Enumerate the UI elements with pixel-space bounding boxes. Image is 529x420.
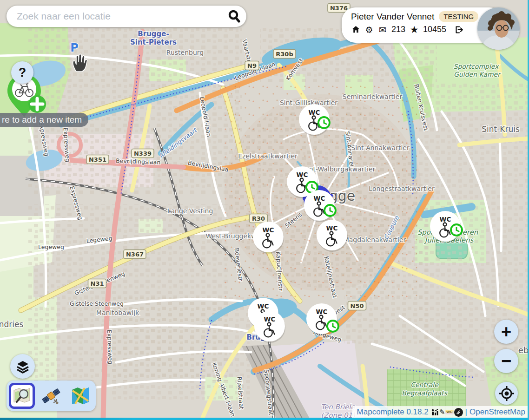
map-label: Centrale <box>410 381 439 388</box>
user-name[interactable]: Pieter Vander Vennet <box>351 12 434 22</box>
opening-hours-badge <box>324 205 336 216</box>
map-label: Seminariekwartier <box>343 93 403 100</box>
background-option-map[interactable] <box>67 383 93 409</box>
map-icon <box>71 387 90 405</box>
logout-icon[interactable] <box>454 25 463 34</box>
satellite-icon <box>41 386 61 406</box>
road-ref-badge: N339 <box>132 149 154 158</box>
search-input[interactable] <box>16 10 227 22</box>
geolocate-button[interactable] <box>495 382 518 405</box>
help-button[interactable]: ? <box>11 61 33 84</box>
wc-marker-label: WC <box>440 216 451 223</box>
map-label: Begraafplaats <box>402 389 448 397</box>
crosshair-icon <box>499 386 515 401</box>
map-label: Longestraatkwartier <box>369 185 435 192</box>
toilet-marker[interactable]: WC <box>317 220 348 252</box>
hand-cursor-icon <box>71 53 89 72</box>
toilet-marker[interactable]: WC <box>299 104 330 136</box>
map-label: Brugge- <box>138 30 169 38</box>
zoom-in-button[interactable]: + <box>494 320 518 344</box>
map-label: Ten Briele <box>321 403 356 411</box>
wc-marker-label: WC <box>326 224 338 232</box>
road-ref-badge: N50 <box>348 302 366 310</box>
opening-hours-badge <box>451 224 462 236</box>
svg-text:N351: N351 <box>89 156 106 163</box>
wc-marker-label: WC <box>316 308 328 315</box>
wc-marker-label: WC <box>258 302 269 310</box>
statistics-icon[interactable] <box>431 408 439 416</box>
wc-marker-label: WC <box>314 195 325 202</box>
map-label: Manitobawijk <box>96 309 139 316</box>
map-label: Expressweg <box>106 329 114 364</box>
road-ref-badge: N31 <box>88 279 106 288</box>
wc-marker-label: WC <box>297 171 308 178</box>
map-label: Sportcomplex <box>454 63 500 70</box>
testing-badge: TESTING <box>439 11 478 22</box>
wc-marker-label: WC <box>264 315 276 323</box>
svg-text:R30b: R30b <box>276 51 293 58</box>
viewport-edge-bottom <box>0 418 529 420</box>
search-bar[interactable] <box>7 6 246 27</box>
map-label: Ezelstraatkwartier <box>238 152 298 160</box>
road-ref-badge: R30b <box>273 50 296 59</box>
openstreetmap-link[interactable]: OpenStreetMap <box>469 407 525 417</box>
attribution-icons: ✎ WC <box>431 408 463 417</box>
svg-text:N376: N376 <box>330 5 348 12</box>
map-label: Legeweg <box>38 243 64 250</box>
osm-carto-icon <box>13 387 31 405</box>
background-layer-chooser <box>7 381 96 411</box>
gear-icon[interactable]: ⚙ <box>364 25 374 34</box>
map-label: Magdalenakwartier <box>344 236 406 243</box>
mapcomplete-app: Brugge-Sint-PietersBruggRustenburgSint-G… <box>0 0 529 420</box>
zoom-out-button[interactable]: − <box>494 349 518 373</box>
map-label: Sint-Annakwartier <box>351 144 410 151</box>
map-label: P <box>70 41 79 54</box>
add-item-tooltip: re to add a new item <box>0 113 88 127</box>
map-label: ndries <box>0 320 23 329</box>
background-option-osm-carto[interactable] <box>9 383 35 409</box>
map-label: West-Bruggekw <box>205 232 256 240</box>
edit-pencil-icon[interactable]: ✎ <box>439 408 445 416</box>
map-label: Lange Vesting <box>167 207 213 215</box>
layers-button[interactable] <box>10 354 35 379</box>
map-label: Sint-Pieters <box>130 38 177 46</box>
wc-marker-label: WC <box>309 109 320 116</box>
opening-hours-badge <box>327 321 338 332</box>
map-label: Gulden Kamer <box>454 71 501 78</box>
wc-marker-label: WC <box>263 226 274 234</box>
toilet-marker[interactable]: WC <box>254 311 285 343</box>
road-ref-badge: N367 <box>124 250 146 259</box>
map-label: Rustenburg <box>166 49 204 56</box>
opening-hours-badge <box>318 117 330 128</box>
attribution-bar: Mapcomplete 0.18.2 ✎ WC | OpenStreetMap <box>352 406 529 418</box>
svg-text:N367: N367 <box>126 251 144 258</box>
envelope-icon[interactable]: ✉ <box>378 25 387 34</box>
road-ref-badge: N351 <box>86 155 109 164</box>
svg-text:N50: N50 <box>350 302 364 309</box>
map-label: Gistelse Steenweg <box>70 300 124 307</box>
star-icon[interactable]: ★ <box>410 25 419 34</box>
home-icon[interactable] <box>351 25 360 34</box>
map-label: nt-Walburgakwartier <box>309 165 376 173</box>
map-label: eb <box>518 345 529 355</box>
map-label: Sint-Kruis <box>482 125 520 134</box>
community-icon[interactable] <box>454 408 463 417</box>
road-ref-badge: N9 <box>245 61 259 70</box>
attribution-separator: | <box>465 407 467 417</box>
changesets-count: 10455 <box>423 25 446 34</box>
theme-logo-icon[interactable]: WC <box>445 410 453 414</box>
user-avatar[interactable] <box>477 7 520 50</box>
messages-count: 213 <box>391 25 405 34</box>
background-option-satellite[interactable] <box>38 383 64 409</box>
toilet-marker[interactable]: WC <box>253 222 284 254</box>
svg-text:N31: N31 <box>91 280 104 287</box>
layers-icon <box>16 360 30 374</box>
road-ref-badge: R30 <box>250 214 268 223</box>
svg-text:N9: N9 <box>247 62 257 69</box>
svg-text:R30: R30 <box>252 215 265 222</box>
search-icon[interactable] <box>227 9 242 24</box>
svg-text:N339: N339 <box>134 150 152 157</box>
app-version-link[interactable]: Mapcomplete 0.18.2 <box>357 407 429 417</box>
